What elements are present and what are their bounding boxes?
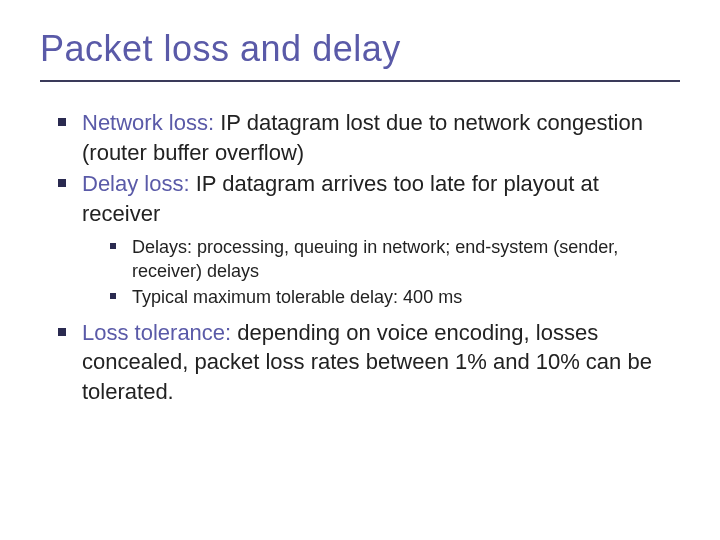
bullet-lead: Loss tolerance: (82, 320, 231, 345)
bullet-loss-tolerance: Loss tolerance: depending on voice encod… (58, 318, 680, 407)
sub-bullet-delays: Delays: processing, queuing in network; … (110, 235, 680, 284)
bullet-lead: Network loss: (82, 110, 214, 135)
slide: Packet loss and delay Network loss: IP d… (0, 0, 720, 540)
bullet-lead: Delay loss: (82, 171, 190, 196)
bullet-delay-loss: Delay loss: IP datagram arrives too late… (58, 169, 680, 309)
bullet-network-loss: Network loss: IP datagram lost due to ne… (58, 108, 680, 167)
sub-bullet-list: Delays: processing, queuing in network; … (82, 235, 680, 310)
slide-title: Packet loss and delay (40, 28, 680, 82)
bullet-list: Network loss: IP datagram lost due to ne… (40, 108, 680, 407)
sub-bullet-max-delay: Typical maximum tolerable delay: 400 ms (110, 285, 680, 309)
